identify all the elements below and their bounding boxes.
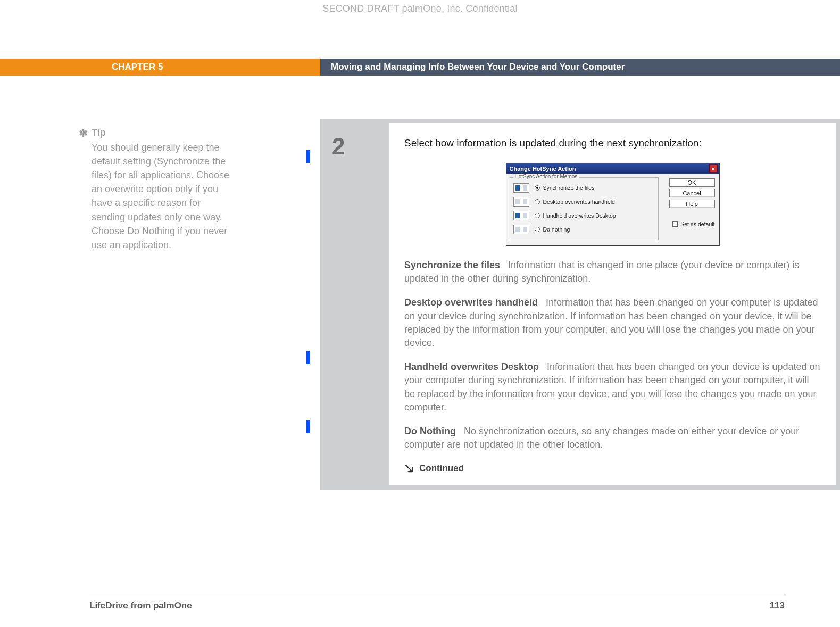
desc-label: Synchronize the files <box>404 260 500 270</box>
desc-nothing: Do Nothing No synchronization occurs, so… <box>404 425 821 451</box>
tip-label: Tip <box>92 126 230 139</box>
dialog-title-bar: Change HotSync Action × <box>506 163 719 174</box>
desc-desktop: Desktop overwrites handheld Information … <box>404 296 821 350</box>
footer-page-number: 113 <box>770 600 785 611</box>
sync-direction-icon <box>513 225 529 234</box>
step-lead: Select how information is updated during… <box>404 137 821 149</box>
dialog-group: HotSync Action for Memos Synchronize the… <box>510 177 659 240</box>
revision-bar-icon <box>306 420 310 433</box>
revision-bar-icon <box>306 351 310 364</box>
close-icon[interactable]: × <box>709 164 718 172</box>
page: SECOND DRAFT palmOne, Inc. Confidential … <box>0 0 840 627</box>
sidebar-tip: ✽ Tip You should generally keep the defa… <box>92 126 230 252</box>
option-row-handheld[interactable]: Handheld overwrites Desktop <box>513 209 655 222</box>
option-row-nothing[interactable]: Do nothing <box>513 222 655 236</box>
dialog-title: Change HotSync Action <box>510 166 576 172</box>
desc-handheld: Handheld overwrites Desktop Information … <box>404 360 821 414</box>
desc-label: Handheld overwrites Desktop <box>404 361 539 372</box>
page-footer: LifeDrive from palmOne 113 <box>89 600 785 611</box>
revision-bar-icon <box>306 150 310 163</box>
step-container: 2 Select how information is updated duri… <box>320 119 840 490</box>
option-label: Desktop overwrites handheld <box>543 199 615 205</box>
confidential-header: SECOND DRAFT palmOne, Inc. Confidential <box>0 3 840 14</box>
dialog-screenshot: Change HotSync Action × HotSync Action f… <box>404 163 821 246</box>
desc-label: Do Nothing <box>404 426 456 436</box>
option-label: Handheld overwrites Desktop <box>543 212 616 219</box>
sync-direction-icon <box>513 183 529 193</box>
ok-button[interactable]: OK <box>669 178 715 187</box>
footer-product: LifeDrive from palmOne <box>89 600 192 611</box>
continued-arrow-icon <box>404 464 414 473</box>
chapter-banner: CHAPTER 5 Moving and Managing Info Betwe… <box>0 59 840 76</box>
chapter-label: CHAPTER 5 <box>0 59 320 76</box>
option-row-desktop[interactable]: Desktop overwrites handheld <box>513 195 655 209</box>
set-default-checkbox[interactable]: Set as default <box>672 221 714 227</box>
set-default-label: Set as default <box>680 221 714 227</box>
radio-icon[interactable] <box>535 227 540 232</box>
desc-sync: Synchronize the files Information that i… <box>404 259 821 285</box>
sync-direction-icon <box>513 211 529 220</box>
desc-label: Desktop overwrites handheld <box>404 297 538 308</box>
desc-text: No synchronization occurs, so any change… <box>404 426 799 450</box>
step-number: 2 <box>332 133 389 160</box>
tip-body: You should generally keep the default se… <box>92 142 229 250</box>
checkbox-icon[interactable] <box>672 221 678 227</box>
radio-icon[interactable] <box>535 213 540 218</box>
tip-asterisk-icon: ✽ <box>79 126 88 141</box>
radio-icon[interactable] <box>535 199 540 204</box>
help-button[interactable]: Help <box>669 200 715 208</box>
radio-icon[interactable] <box>535 185 540 191</box>
change-hotsync-dialog: Change HotSync Action × HotSync Action f… <box>506 163 720 246</box>
footer-rule <box>89 595 785 595</box>
chapter-title: Moving and Managing Info Between Your De… <box>320 59 840 76</box>
option-label: Do nothing <box>543 226 570 233</box>
option-label: Synchronize the files <box>543 185 595 191</box>
continued-label: Continued <box>419 463 464 474</box>
cancel-button[interactable]: Cancel <box>669 189 715 197</box>
option-row-sync[interactable]: Synchronize the files <box>513 181 655 195</box>
dialog-legend: HotSync Action for Memos <box>513 174 579 179</box>
step-body: Select how information is updated during… <box>389 123 836 485</box>
sync-direction-icon <box>513 197 529 207</box>
continued-indicator: Continued <box>404 463 821 474</box>
step-number-cell: 2 <box>325 123 389 485</box>
